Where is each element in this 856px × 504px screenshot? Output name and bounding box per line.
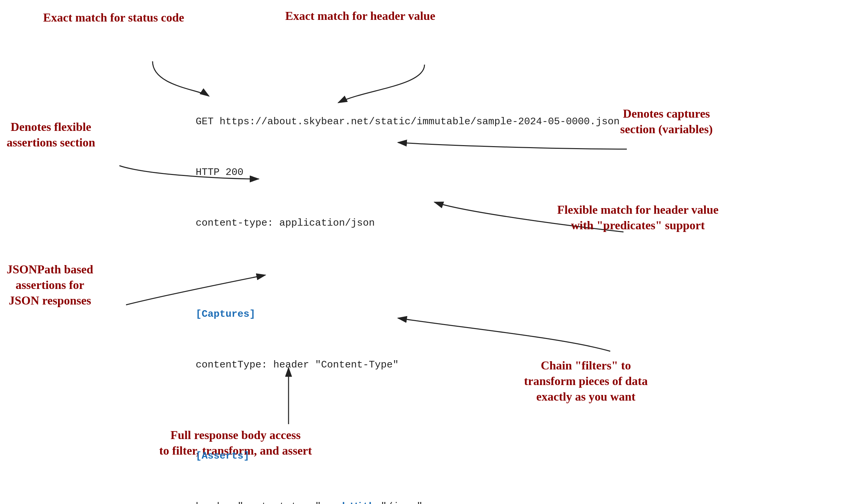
content-type-line: content-type: application/json	[196, 215, 619, 232]
captures-header-line: [Captures]	[196, 306, 619, 323]
captures-body-line: contentType: header "Content-Type"	[196, 357, 619, 374]
annotation-exact-match-status: Exact match for status code	[43, 10, 184, 25]
http-line: HTTP 200	[196, 164, 619, 181]
asserts-header-line: [Asserts]	[196, 448, 619, 465]
annotation-exact-match-header: Exact match for header value	[285, 8, 435, 24]
annotation-jsonpath-based: JSONPath basedassertions forJSON respons…	[7, 262, 93, 308]
request-line: GET https://about.skybear.net/static/imm…	[196, 113, 619, 130]
code-block: GET https://about.skybear.net/static/imm…	[196, 79, 619, 504]
annotation-denotes-flexible: Denotes flexibleassertions section	[7, 119, 95, 150]
annotation-denotes-captures: Denotes capturessection (variables)	[620, 106, 713, 137]
asserts-line1: header "content-type" endsWith "/json"	[196, 498, 619, 504]
